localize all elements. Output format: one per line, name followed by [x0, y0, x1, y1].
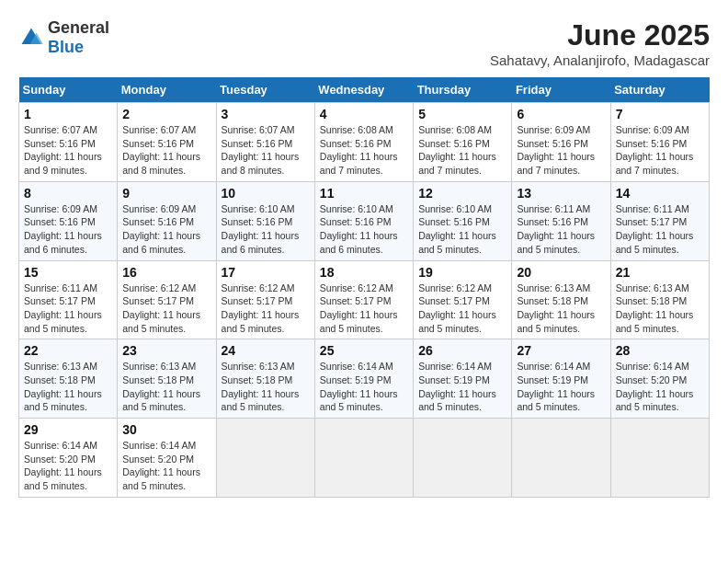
- calendar-cell: [314, 419, 413, 498]
- day-info: Sunrise: 6:10 AM Sunset: 5:16 PM Dayligh…: [418, 202, 506, 257]
- calendar-table: Sunday Monday Tuesday Wednesday Thursday…: [18, 77, 710, 498]
- day-info: Sunrise: 6:07 AM Sunset: 5:16 PM Dayligh…: [222, 123, 310, 178]
- day-number: 2: [122, 107, 210, 121]
- day-number: 22: [24, 343, 112, 358]
- day-number: 29: [24, 422, 112, 437]
- day-info: Sunrise: 6:07 AM Sunset: 5:16 PM Dayligh…: [122, 123, 210, 178]
- day-info: Sunrise: 6:14 AM Sunset: 5:19 PM Dayligh…: [517, 360, 605, 414]
- weekday-wednesday: Wednesday: [314, 77, 413, 103]
- header: General Blue June 2025 Sahatavy, Analanj…: [18, 18, 710, 68]
- day-number: 8: [24, 186, 112, 201]
- day-number: 19: [418, 265, 506, 280]
- calendar-cell: 16 Sunrise: 6:12 AM Sunset: 5:17 PM Dayl…: [118, 260, 216, 339]
- day-info: Sunrise: 6:14 AM Sunset: 5:19 PM Dayligh…: [418, 360, 506, 414]
- day-number: 7: [616, 107, 704, 121]
- weekday-thursday: Thursday: [414, 77, 512, 103]
- calendar-cell: 18 Sunrise: 6:12 AM Sunset: 5:17 PM Dayl…: [314, 260, 413, 339]
- day-info: Sunrise: 6:11 AM Sunset: 5:17 PM Dayligh…: [24, 282, 112, 336]
- day-info: Sunrise: 6:10 AM Sunset: 5:16 PM Dayligh…: [222, 202, 310, 257]
- calendar-cell: [216, 419, 314, 498]
- day-number: 4: [320, 107, 408, 121]
- day-info: Sunrise: 6:09 AM Sunset: 5:16 PM Dayligh…: [24, 202, 112, 257]
- calendar-cell: 10 Sunrise: 6:10 AM Sunset: 5:16 PM Dayl…: [216, 181, 314, 260]
- day-info: Sunrise: 6:12 AM Sunset: 5:17 PM Dayligh…: [122, 282, 210, 336]
- calendar-cell: 8 Sunrise: 6:09 AM Sunset: 5:16 PM Dayli…: [19, 181, 118, 260]
- day-info: Sunrise: 6:12 AM Sunset: 5:17 PM Dayligh…: [222, 282, 310, 336]
- calendar-cell: 20 Sunrise: 6:13 AM Sunset: 5:18 PM Dayl…: [512, 260, 610, 339]
- day-number: 26: [418, 343, 506, 358]
- calendar-cell: 22 Sunrise: 6:13 AM Sunset: 5:18 PM Dayl…: [19, 339, 118, 419]
- calendar-cell: 30 Sunrise: 6:14 AM Sunset: 5:20 PM Dayl…: [118, 419, 216, 498]
- day-number: 28: [616, 343, 704, 358]
- main-title: June 2025: [490, 18, 710, 52]
- calendar-cell: 27 Sunrise: 6:14 AM Sunset: 5:19 PM Dayl…: [512, 339, 610, 419]
- day-info: Sunrise: 6:07 AM Sunset: 5:16 PM Dayligh…: [24, 123, 112, 178]
- day-info: Sunrise: 6:14 AM Sunset: 5:20 PM Dayligh…: [24, 439, 112, 493]
- calendar-cell: 15 Sunrise: 6:11 AM Sunset: 5:17 PM Dayl…: [19, 260, 118, 339]
- weekday-tuesday: Tuesday: [216, 77, 314, 103]
- calendar-cell: 7 Sunrise: 6:09 AM Sunset: 5:16 PM Dayli…: [610, 103, 709, 182]
- day-number: 23: [122, 343, 210, 358]
- day-number: 12: [418, 186, 506, 201]
- calendar-cell: 28 Sunrise: 6:14 AM Sunset: 5:20 PM Dayl…: [610, 339, 709, 419]
- calendar-cell: 17 Sunrise: 6:12 AM Sunset: 5:17 PM Dayl…: [216, 260, 314, 339]
- calendar-cell: 5 Sunrise: 6:08 AM Sunset: 5:16 PM Dayli…: [414, 103, 512, 182]
- calendar-cell: 24 Sunrise: 6:13 AM Sunset: 5:18 PM Dayl…: [216, 339, 314, 419]
- day-number: 25: [320, 343, 408, 358]
- day-number: 15: [24, 265, 112, 280]
- day-info: Sunrise: 6:14 AM Sunset: 5:19 PM Dayligh…: [320, 360, 408, 414]
- calendar-cell: 9 Sunrise: 6:09 AM Sunset: 5:16 PM Dayli…: [118, 181, 216, 260]
- day-info: Sunrise: 6:11 AM Sunset: 5:17 PM Dayligh…: [616, 202, 704, 257]
- day-info: Sunrise: 6:11 AM Sunset: 5:16 PM Dayligh…: [517, 202, 605, 257]
- day-number: 16: [122, 265, 210, 280]
- day-info: Sunrise: 6:10 AM Sunset: 5:16 PM Dayligh…: [320, 202, 408, 257]
- day-info: Sunrise: 6:13 AM Sunset: 5:18 PM Dayligh…: [517, 282, 605, 336]
- calendar-cell: 11 Sunrise: 6:10 AM Sunset: 5:16 PM Dayl…: [314, 181, 413, 260]
- calendar-cell: 23 Sunrise: 6:13 AM Sunset: 5:18 PM Dayl…: [118, 339, 216, 419]
- day-info: Sunrise: 6:09 AM Sunset: 5:16 PM Dayligh…: [122, 202, 210, 257]
- calendar-cell: 2 Sunrise: 6:07 AM Sunset: 5:16 PM Dayli…: [118, 103, 216, 182]
- calendar-cell: 13 Sunrise: 6:11 AM Sunset: 5:16 PM Dayl…: [512, 181, 610, 260]
- calendar-cell: 21 Sunrise: 6:13 AM Sunset: 5:18 PM Dayl…: [610, 260, 709, 339]
- day-number: 3: [222, 107, 310, 121]
- day-number: 11: [320, 186, 408, 201]
- day-number: 9: [122, 186, 210, 201]
- logo-icon: [18, 25, 44, 51]
- day-info: Sunrise: 6:13 AM Sunset: 5:18 PM Dayligh…: [24, 360, 112, 414]
- day-number: 17: [222, 265, 310, 280]
- day-info: Sunrise: 6:13 AM Sunset: 5:18 PM Dayligh…: [222, 360, 310, 414]
- day-number: 10: [222, 186, 310, 201]
- day-info: Sunrise: 6:08 AM Sunset: 5:16 PM Dayligh…: [320, 123, 408, 178]
- calendar-cell: 4 Sunrise: 6:08 AM Sunset: 5:16 PM Dayli…: [314, 103, 413, 182]
- calendar-cell: 26 Sunrise: 6:14 AM Sunset: 5:19 PM Dayl…: [414, 339, 512, 419]
- calendar-cell: [512, 419, 610, 498]
- calendar-cell: 3 Sunrise: 6:07 AM Sunset: 5:16 PM Dayli…: [216, 103, 314, 182]
- day-info: Sunrise: 6:08 AM Sunset: 5:16 PM Dayligh…: [418, 123, 506, 178]
- day-number: 6: [517, 107, 605, 121]
- calendar-cell: 1 Sunrise: 6:07 AM Sunset: 5:16 PM Dayli…: [19, 103, 118, 182]
- day-info: Sunrise: 6:09 AM Sunset: 5:16 PM Dayligh…: [616, 123, 704, 178]
- calendar-cell: 25 Sunrise: 6:14 AM Sunset: 5:19 PM Dayl…: [314, 339, 413, 419]
- weekday-saturday: Saturday: [610, 77, 709, 103]
- calendar-cell: [610, 419, 709, 498]
- logo-blue: Blue: [48, 38, 84, 56]
- day-number: 5: [418, 107, 506, 121]
- weekday-sunday: Sunday: [19, 77, 118, 103]
- day-number: 20: [517, 265, 605, 280]
- day-info: Sunrise: 6:14 AM Sunset: 5:20 PM Dayligh…: [122, 439, 210, 493]
- day-info: Sunrise: 6:13 AM Sunset: 5:18 PM Dayligh…: [122, 360, 210, 414]
- calendar-cell: 14 Sunrise: 6:11 AM Sunset: 5:17 PM Dayl…: [610, 181, 709, 260]
- day-number: 21: [616, 265, 704, 280]
- day-number: 13: [517, 186, 605, 201]
- day-info: Sunrise: 6:09 AM Sunset: 5:16 PM Dayligh…: [517, 123, 605, 178]
- day-number: 30: [122, 422, 210, 437]
- day-info: Sunrise: 6:12 AM Sunset: 5:17 PM Dayligh…: [320, 282, 408, 336]
- subtitle: Sahatavy, Analanjirofo, Madagascar: [490, 52, 710, 68]
- day-number: 14: [616, 186, 704, 201]
- title-area: June 2025 Sahatavy, Analanjirofo, Madaga…: [490, 18, 710, 68]
- calendar-body: 1 Sunrise: 6:07 AM Sunset: 5:16 PM Dayli…: [19, 103, 710, 498]
- calendar-header: Sunday Monday Tuesday Wednesday Thursday…: [19, 77, 710, 103]
- day-number: 18: [320, 265, 408, 280]
- day-number: 24: [222, 343, 310, 358]
- logo-general: General: [48, 18, 109, 37]
